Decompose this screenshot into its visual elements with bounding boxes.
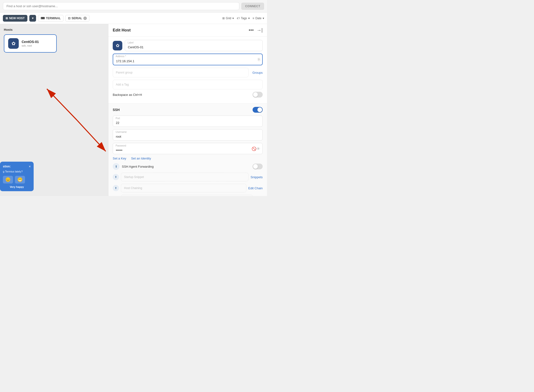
notif-header: stion: ×: [3, 165, 31, 168]
snowflake-icon-sm: ✿: [116, 43, 119, 48]
startup-snippet-row: ⬆ Startup Snippet Snippets: [113, 173, 263, 181]
agent-icon: ⬆: [113, 163, 119, 170]
username-input[interactable]: [113, 129, 263, 141]
chevron-down-icon: ▾: [248, 17, 250, 20]
host-card[interactable]: ✿ CentOS-01 ssh, root: [4, 34, 57, 53]
serial-button[interactable]: ⊡ SERIAL i: [65, 15, 89, 22]
add-tag-group: Add a Tag: [113, 80, 263, 89]
username-wrapper: Username: [113, 129, 263, 141]
ssh-toggle[interactable]: [253, 107, 263, 113]
terminal-button[interactable]: ⌨ TERMINAL: [38, 15, 63, 22]
right-panel: Edit Host ••• →| ✿ Label Address * ⎘: [108, 24, 267, 196]
snippet-icon: ⬆: [113, 174, 119, 180]
notif-close-button[interactable]: ×: [29, 165, 31, 168]
main-layout: Hosts ✿ CentOS-01 ssh, root: [0, 24, 267, 196]
password-input[interactable]: [113, 143, 263, 154]
host-meta: ssh, root: [22, 44, 39, 47]
terminal-icon: ⌨: [41, 17, 45, 20]
notif-emojis: 😊 😁: [3, 176, 31, 184]
tag-icon: 🏷: [237, 17, 240, 20]
startup-snippet-field[interactable]: Startup Snippet: [121, 173, 248, 181]
set-key-button[interactable]: Set a Key: [113, 157, 126, 160]
copy-icon[interactable]: ⎘: [258, 57, 260, 62]
label-input[interactable]: [125, 40, 263, 51]
close-panel-button[interactable]: →|: [257, 27, 263, 33]
new-host-label: NEW HOST: [9, 17, 25, 20]
ssh-title: SSH: [113, 108, 120, 112]
sort-icon: ≡: [253, 17, 254, 20]
new-host-dropdown[interactable]: ▾: [29, 15, 36, 22]
label-address-section: ✿ Label Address * ⎘ Parent group Groups …: [108, 37, 267, 104]
emoji-happy-button[interactable]: 😊: [3, 176, 13, 184]
toolbar-right: ⊞ Grid ▾ 🏷 Tags ▾ ≡ Date ▾: [222, 17, 264, 20]
port-input[interactable]: [113, 116, 263, 127]
host-icon: ✿: [8, 38, 19, 49]
label-field-group: Label: [125, 40, 263, 51]
chain-icon: ⬆: [113, 185, 119, 191]
key-identity-row: Set a Key Set an Identity: [113, 157, 263, 160]
tags-button[interactable]: 🏷 Tags ▾: [237, 17, 249, 20]
groups-link[interactable]: Groups: [250, 71, 263, 74]
backspace-label: Backspace as Ctrl+H: [113, 93, 142, 97]
host-name: CentOS-01: [22, 40, 39, 44]
address-field-group: Address * ⎘: [113, 54, 263, 65]
backspace-toggle[interactable]: [253, 92, 263, 98]
serial-icon: ⊡: [68, 17, 70, 20]
info-icon: i: [83, 17, 87, 20]
more-options-button[interactable]: •••: [249, 27, 254, 33]
host-icon-small: ✿: [113, 41, 122, 50]
ssh-agent-row: ⬆ SSH Agent Forwarding: [113, 163, 263, 170]
new-host-button[interactable]: ⊞ NEW HOST: [3, 15, 27, 22]
right-header: Edit Host ••• →|: [108, 24, 267, 37]
grid-view-button[interactable]: ⊞ Grid ▾: [222, 17, 234, 20]
add-tag-field[interactable]: Add a Tag: [113, 80, 263, 89]
snippets-link[interactable]: Snippets: [250, 175, 263, 179]
notification-card: stion: × g Termius lately? 😊 😁 Very happ…: [0, 162, 34, 191]
search-input[interactable]: [3, 2, 239, 10]
parent-group-field[interactable]: Parent group: [113, 68, 248, 77]
chevron-down-icon: ▾: [263, 17, 264, 20]
proxy-field[interactable]: Proxy: [121, 195, 253, 196]
address-input[interactable]: [113, 54, 263, 65]
ssh-agent-label: SSH Agent Forwarding: [122, 165, 154, 168]
host-chaining-field[interactable]: Host Chaining: [121, 184, 246, 192]
toolbar: ⊞ NEW HOST ▾ ⌨ TERMINAL ⊡ SERIAL i ⊞ Gri…: [0, 12, 267, 24]
hosts-title: Hosts: [4, 28, 104, 31]
proxy-row: ⬆ Proxy Proxy: [113, 195, 263, 196]
backspace-setting-row: Backspace as Ctrl+H: [113, 92, 263, 98]
parent-group-row: Parent group Groups: [113, 68, 263, 77]
ssh-agent-toggle[interactable]: [253, 164, 263, 169]
notif-footer: Very happy: [3, 185, 31, 188]
ssh-section: SSH Port Username Password 🚫👁 Set: [108, 104, 267, 196]
edit-host-title: Edit Host: [113, 28, 131, 33]
chevron-down-icon: ▾: [32, 17, 33, 20]
grid-icon: ⊞: [6, 17, 8, 20]
password-wrapper: Password 🚫👁: [113, 143, 263, 154]
label-field-label: Label: [128, 41, 133, 44]
grid-view-icon: ⊞: [222, 17, 225, 20]
password-toggle-icon[interactable]: 🚫👁: [252, 146, 260, 151]
address-field-label: Address *: [116, 55, 126, 58]
top-bar: CONNECT: [0, 0, 267, 12]
date-button[interactable]: ≡ Date ▾: [253, 17, 264, 20]
notif-text: g Termius lately?: [3, 170, 31, 173]
svg-line-3: [77, 120, 106, 151]
header-actions: ••• →|: [249, 27, 263, 33]
port-wrapper: Port: [113, 116, 263, 127]
svg-line-2: [47, 89, 77, 120]
ssh-section-header: SSH: [113, 107, 263, 113]
chevron-down-icon: ▾: [232, 17, 234, 20]
edit-chain-link[interactable]: Edit Chain: [248, 186, 263, 190]
snowflake-icon: ✿: [12, 41, 16, 46]
host-info: CentOS-01 ssh, root: [22, 40, 39, 47]
set-identity-button[interactable]: Set an Identity: [131, 157, 151, 160]
left-panel: Hosts ✿ CentOS-01 ssh, root: [0, 24, 108, 196]
connect-button[interactable]: CONNECT: [241, 3, 264, 10]
emoji-laugh-button[interactable]: 😁: [15, 176, 25, 184]
host-chaining-row: ⬆ Host Chaining Edit Chain: [113, 184, 263, 192]
label-row: ✿ Label: [113, 40, 263, 51]
notif-title: stion:: [3, 165, 11, 168]
